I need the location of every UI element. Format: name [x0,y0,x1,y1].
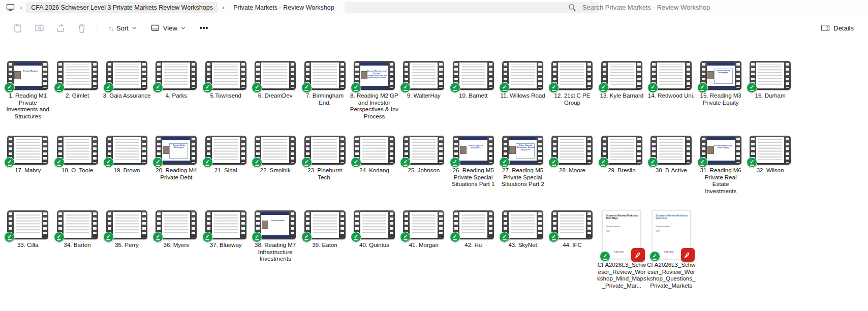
file-tile[interactable]: ✓ 16. Durham [746,61,795,136]
file-label[interactable]: 10. Barnett [459,92,487,100]
file-label[interactable]: 32. Wilson [757,167,784,174]
file-tile[interactable]: ✓ 9. WalterHay [399,61,448,136]
address-bar-empty-area[interactable] [345,2,599,13]
file-tile[interactable]: ✓ 12. 21st C PE Group [547,61,597,136]
file-tile[interactable]: Other Special Situations: Capital Struct… [498,136,547,210]
file-tile[interactable]: ✓ 40. Quintus [350,210,399,285]
file-tile[interactable]: Private Real Estate Investments ✓ 31. Re… [696,136,745,210]
file-label[interactable]: 1. Reading M1 Private Investments and St… [3,92,52,120]
file-label[interactable]: 22. Smolbik [260,167,291,174]
file-tile[interactable]: ✓ 28. Moore [547,136,597,210]
file-label[interactable]: 26. Reading M5 Private Special Situation… [449,167,498,188]
file-tile[interactable]: ✓ 42. Hu [449,210,498,285]
file-label[interactable]: 9. WalterHay [407,92,441,100]
file-tile[interactable]: General Partner and Investor Perspective… [350,61,399,136]
file-label[interactable]: 43. SkyNet [508,242,537,249]
file-label[interactable]: 11. Willows Road [501,92,545,100]
file-label[interactable]: 8. Reading M2 GP and Investor Perspectiv… [350,92,399,120]
paste-button[interactable] [7,19,28,37]
file-tile[interactable]: ✓ 24. Kodang [350,136,399,210]
file-label[interactable]: 4. Parks [166,92,187,100]
file-tile[interactable]: ✓ 25. Johnson [399,136,448,210]
file-label[interactable]: 31. Reading M6 Private Real Estate Inves… [696,167,746,195]
file-label[interactable]: 15. Reading M3 Private Equity [696,92,746,106]
rename-button[interactable]: A [28,19,50,37]
file-label[interactable]: 16. Durham [755,92,786,100]
file-tile[interactable]: ✓ 6. DreamDev [251,61,300,136]
file-label[interactable]: 28. Moore [559,167,585,174]
file-label[interactable]: 41. Morgan [409,242,439,249]
file-tile[interactable]: ✓ 17. Mabry [3,136,52,210]
file-label[interactable]: 34. Barton [64,242,91,249]
file-label[interactable]: 14. Redwood Uni. [648,92,694,100]
file-tile[interactable]: Schweser Review Workshop Mind Maps Priva… [597,210,646,285]
file-label[interactable]: 29. Breslin [608,167,635,174]
file-label[interactable]: 42. Hu [464,242,482,249]
file-tile[interactable]: Schweser Review Workshop Questions Priva… [646,210,696,285]
file-label[interactable]: 44. IFC [563,242,582,249]
file-label[interactable]: 17. Mabry [15,167,41,174]
breadcrumb-current-folder[interactable]: Private Markets - Review Workshop [228,2,339,13]
file-tile[interactable]: Infrastructure ✓ 38. Reading M7 Infrastr… [251,210,300,285]
file-label[interactable]: 6. DreamDev [258,92,293,100]
file-label[interactable]: 23. Pinehurst Tech. [300,167,350,181]
file-tile[interactable]: ✓ 44. IFC [547,210,597,285]
more-options-button[interactable]: ••• [195,20,214,36]
details-button[interactable]: Details [816,20,859,36]
file-tile[interactable]: ✓ 2. Gimlet [52,61,102,136]
file-tile[interactable]: Private Special Situations ✓ 26. Reading… [449,136,498,210]
file-tile[interactable]: ✓ 36. Myers [151,210,201,285]
file-label[interactable]: 27. Reading M5 Private Special Situation… [498,167,547,188]
file-label[interactable]: 30. B-Active [656,167,687,174]
file-tile[interactable]: Private Debt Strategies ✓ 20. Reading M4… [151,136,201,210]
file-label[interactable]: 40. Quintus [359,242,389,249]
file-tile[interactable]: ✓ 34. Barton [52,210,102,285]
file-tile[interactable]: ✓ 3. Gaia Assurance [102,61,151,136]
file-tile[interactable]: ✓ 23. Pinehurst Tech. [300,136,349,210]
file-label[interactable]: 18. O_Toole [61,167,93,174]
file-label[interactable]: 19. Brown [114,167,140,174]
file-label[interactable]: 21. Sidal [214,167,237,174]
file-tile[interactable]: ✓ 30. B-Active [646,136,696,210]
file-label[interactable]: 5.Townsend [210,92,241,100]
file-tile[interactable]: ✓ 14. Redwood Uni. [646,61,696,136]
view-button[interactable]: View [146,20,191,36]
breadcrumb-parent-folder[interactable]: CFA 2026 Schweser Level 3 Private Market… [26,2,218,13]
file-tile[interactable]: ✓ 32. Wilson [746,136,795,210]
file-label[interactable]: 25. Johnson [408,167,440,174]
file-tile[interactable]: ✓ 18. O_Toole [52,136,102,210]
file-label[interactable]: 36. Myers [164,242,190,249]
file-tile[interactable]: ✓ 39. Eaton [300,210,349,285]
file-tile[interactable]: ✓ 21. Sidal [201,136,251,210]
file-label[interactable]: 12. 21st C PE Group [547,92,597,106]
file-tile[interactable]: ✓ 22. Smolbik [251,136,300,210]
file-tile[interactable]: Private Markets ✓ 1. Reading M1 Private … [3,61,52,136]
file-label[interactable]: 3. Gaia Assurance [103,92,150,100]
search-box[interactable] [563,1,863,14]
file-label[interactable]: 38. Reading M7 Infrastructure Investment… [251,242,300,263]
file-label[interactable]: CFA2026L3_Schweser_Review_Workshop_Quest… [646,262,696,289]
delete-button[interactable] [71,19,92,37]
file-label[interactable]: 13. Kyle Barnard [600,92,644,100]
file-label[interactable]: 2. Gimlet [66,92,89,100]
file-tile[interactable]: ✓ 41. Morgan [399,210,448,285]
file-label[interactable]: 39. Eaton [312,242,337,249]
file-tile[interactable]: ✓ 11. Willows Road [498,61,547,136]
file-tile[interactable]: ✓ 10. Barnett [449,61,498,136]
file-label[interactable]: 37. Blueway [210,242,242,249]
file-tile[interactable]: ✓ 13. Kyle Barnard [597,61,646,136]
file-label[interactable]: 35. Perry [115,242,139,249]
file-tile[interactable]: ✓ 7. Birmingham End. [300,61,349,136]
file-tile[interactable]: ✓ 35. Perry [102,210,151,285]
file-tile[interactable]: ✓ 4. Parks [151,61,201,136]
sort-button[interactable]: ↑↓ Sort [103,20,142,36]
file-label[interactable]: CFA2026L3_Schweser_Review_Workshop_Mind_… [597,262,646,289]
file-label[interactable]: 33. Cilla [17,242,39,249]
search-input[interactable] [581,3,863,12]
file-label[interactable]: 24. Kodang [359,167,389,174]
this-pc-button[interactable] [5,3,16,12]
file-tile[interactable]: ✓ 37. Blueway [201,210,251,285]
share-button[interactable] [50,19,71,37]
file-label[interactable]: 7. Birmingham End. [300,92,350,106]
file-tile[interactable]: ✓ 19. Brown [102,136,151,210]
